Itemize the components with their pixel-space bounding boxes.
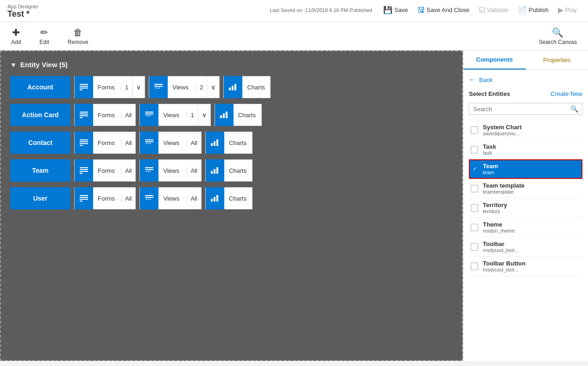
item-text: Task task — [483, 143, 496, 156]
svg-rect-32 — [150, 143, 151, 144]
forms-arrow-icon[interactable]: ∨ — [132, 76, 145, 98]
entity-name-btn[interactable]: Action Card — [10, 104, 70, 126]
panel-entities-row: Select Entities Create New — [469, 90, 582, 97]
forms-component: Forms 1 ∨ — [74, 76, 145, 98]
last-saved-text: Last Saved on :11/9/2018 6:16 PM Publish… — [270, 7, 372, 13]
header-right: Last Saved on :11/9/2018 6:16 PM Publish… — [270, 4, 581, 16]
create-new-button[interactable]: Create New — [550, 90, 582, 97]
collapse-icon[interactable]: ▼ — [10, 61, 17, 69]
entity-row: Team Forms All Views All Charts — [10, 159, 453, 182]
add-icon: ✚ — [12, 27, 20, 38]
svg-rect-3 — [80, 89, 82, 90]
item-checkbox[interactable] — [471, 146, 478, 153]
item-checkbox[interactable] — [471, 224, 478, 231]
views-arrow-icon[interactable]: ∨ — [198, 104, 210, 126]
item-name: System Chart — [483, 124, 522, 131]
publish-button[interactable]: 📄 Publish — [514, 4, 552, 16]
search-icon: 🔍 — [570, 105, 578, 113]
save-close-label: Save And Close — [427, 6, 470, 13]
tab-properties[interactable]: Properties — [526, 50, 588, 69]
save-button[interactable]: 💾 Save — [379, 4, 412, 16]
search-input[interactable] — [473, 106, 570, 113]
svg-rect-12 — [80, 112, 88, 113]
item-name: Team — [483, 163, 498, 170]
entity-view-header: ▼ Entity View (5) — [10, 61, 453, 69]
list-item[interactable]: Toolbar msdyusd_tool... — [469, 237, 582, 257]
item-sub: msdyn_theme — [483, 228, 515, 233]
back-button[interactable]: ← Back — [469, 76, 493, 84]
entity-name-btn[interactable]: Account — [10, 76, 70, 98]
svg-rect-1 — [80, 86, 88, 87]
list-item[interactable]: Toolbar Button msdyusd_tool... — [469, 257, 582, 276]
views-label: Views — [158, 195, 186, 202]
svg-rect-51 — [80, 201, 82, 202]
svg-rect-36 — [80, 167, 88, 168]
charts-label: Charts — [224, 139, 252, 146]
back-arrow-icon: ← — [469, 76, 476, 84]
app-label: App Designer — [7, 4, 38, 9]
edit-button[interactable]: ✏ Edit — [36, 25, 53, 47]
forms-label: Forms — [93, 84, 121, 91]
svg-rect-37 — [80, 169, 88, 170]
search-canvas-button[interactable]: 🔍 Search Canvas — [535, 25, 581, 47]
svg-rect-16 — [145, 112, 153, 113]
forms-label: Forms — [93, 167, 121, 174]
item-text: Team template teamtemplate — [483, 182, 525, 195]
forms-icon — [75, 187, 93, 209]
play-button[interactable]: ▶ Play — [554, 4, 581, 16]
forms-label: Forms — [93, 112, 121, 119]
item-text: Team team — [483, 163, 498, 175]
list-item[interactable]: Theme msdyn_theme — [469, 218, 582, 237]
play-label: Play — [565, 6, 577, 13]
list-item[interactable]: Task task — [469, 140, 582, 159]
views-count: All — [186, 195, 201, 202]
forms-component: Forms All — [74, 187, 136, 209]
item-checkbox[interactable] — [471, 263, 478, 270]
entity-name-btn[interactable]: User — [10, 187, 70, 209]
item-checkbox[interactable] — [471, 126, 478, 134]
remove-icon: 🗑 — [73, 27, 82, 38]
list-item[interactable]: Territory territory — [469, 198, 582, 218]
item-checkbox[interactable] — [471, 165, 478, 173]
svg-rect-28 — [145, 139, 153, 140]
views-icon — [140, 159, 158, 182]
views-icon — [140, 132, 158, 154]
save-and-close-button[interactable]: 🖫 Save And Close — [414, 4, 474, 16]
views-component: Views All — [139, 187, 201, 209]
svg-rect-42 — [146, 171, 147, 172]
list-item[interactable]: Team team — [469, 159, 582, 179]
svg-rect-47 — [216, 167, 218, 174]
svg-rect-34 — [214, 141, 215, 146]
list-item[interactable]: Team template teamtemplate — [469, 179, 582, 198]
item-checkbox[interactable] — [471, 243, 478, 251]
charts-label: Charts — [224, 195, 252, 202]
svg-rect-15 — [80, 117, 82, 118]
views-arrow-icon[interactable]: ∨ — [207, 76, 219, 98]
entity-name-btn[interactable]: Contact — [10, 132, 70, 154]
views-label: Views — [158, 112, 186, 119]
svg-rect-26 — [80, 143, 88, 144]
item-checkbox[interactable] — [471, 185, 478, 192]
entity-list: System Chart savedqueryvis... Task task … — [469, 120, 582, 276]
validate-button[interactable]: ☑ Validate — [475, 4, 512, 16]
entity-row: Action Card Forms All Views 1 ∨ Charts — [10, 104, 453, 126]
svg-rect-49 — [80, 197, 88, 198]
views-label: Views — [158, 139, 186, 146]
list-item[interactable]: System Chart savedqueryvis... — [469, 120, 582, 140]
tab-components[interactable]: Components — [463, 50, 526, 69]
svg-rect-23 — [226, 112, 228, 118]
panel-tabs: Components Properties — [463, 50, 588, 70]
item-text: System Chart savedqueryvis... — [483, 124, 522, 136]
remove-button[interactable]: 🗑 Remove — [64, 25, 92, 47]
views-icon — [149, 76, 168, 98]
add-button[interactable]: ✚ Add — [7, 25, 25, 47]
svg-rect-33 — [211, 143, 213, 146]
svg-rect-25 — [80, 141, 88, 142]
views-label: Views — [168, 84, 196, 91]
save-label: Save — [394, 6, 408, 13]
entity-name-btn[interactable]: Team — [10, 159, 70, 182]
views-count: All — [186, 139, 201, 146]
charts-component: Charts — [205, 132, 253, 154]
item-checkbox[interactable] — [471, 204, 478, 212]
svg-rect-6 — [155, 88, 156, 88]
